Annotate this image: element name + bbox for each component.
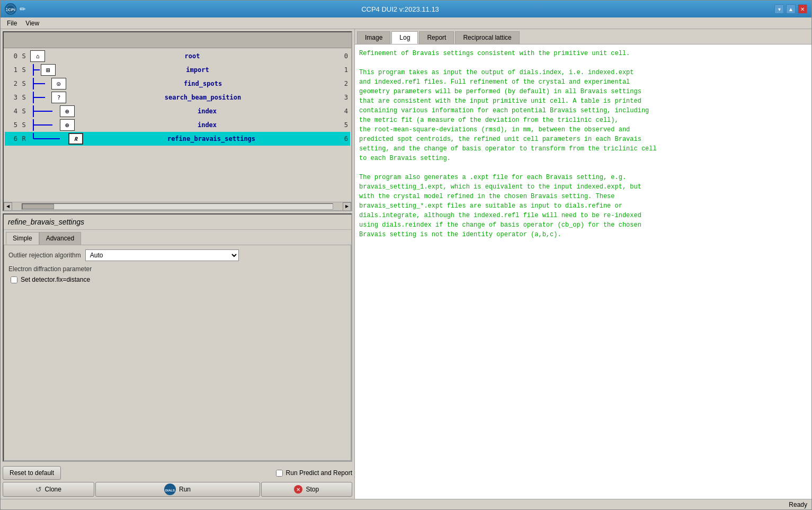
right-tabs: Image Log Report Reciprocal lattice bbox=[355, 29, 811, 44]
bottom-row1: Reset to default Run Predict and Report bbox=[3, 466, 352, 480]
tab-advanced[interactable]: Advanced bbox=[39, 232, 81, 245]
dials-logo: DIALS bbox=[164, 484, 176, 495]
row-name-4: index bbox=[77, 108, 337, 115]
row-type-4: S bbox=[20, 108, 28, 115]
row-num-2: 2 bbox=[7, 80, 17, 87]
toolbar-icon: ✏ bbox=[20, 5, 26, 13]
find-spots-icon: ⊙ bbox=[51, 78, 66, 90]
workflow-row-3[interactable]: 3 S ? search_beam_position 3 bbox=[5, 91, 350, 104]
tab-log[interactable]: Log bbox=[391, 31, 418, 44]
right-panel: Image Log Report Reciprocal lattice Refi… bbox=[354, 29, 811, 499]
row-num-right-3: 3 bbox=[337, 94, 348, 101]
workflow-row-5[interactable]: 5 S ⊕ index 5 bbox=[5, 118, 350, 132]
electron-diffraction-label: Electron diffraction parameter bbox=[8, 265, 346, 273]
app-window: CCP4 ✏ CCP4 DUI2 v:2023.11.13 ▾ ▲ ✕ File… bbox=[0, 0, 812, 510]
row-num-4: 4 bbox=[7, 108, 17, 115]
row-num-0: 0 bbox=[7, 52, 17, 60]
log-content: Refinement of Bravais settings consisten… bbox=[355, 44, 811, 499]
run-predict-label: Run Predict and Report bbox=[286, 469, 352, 477]
app-logo: CCP4 bbox=[5, 3, 16, 15]
row-num-right-5: 5 bbox=[337, 121, 348, 129]
status-text: Ready bbox=[789, 501, 807, 508]
row-type-0: S bbox=[20, 52, 28, 60]
root-icon: ⌂ bbox=[30, 50, 45, 62]
row-num-right-6: 6 bbox=[337, 135, 348, 142]
title-bar: CCP4 ✏ CCP4 DUI2 v:2023.11.13 ▾ ▲ ✕ bbox=[1, 1, 811, 17]
status-bar: Ready bbox=[1, 499, 811, 509]
left-panel: 0 S ⌂ root 0 1 S bbox=[1, 29, 354, 499]
tab-reciprocal-lattice[interactable]: Reciprocal lattice bbox=[455, 31, 519, 44]
params-tabs: Simple Advanced bbox=[4, 230, 351, 245]
row-type-1: S bbox=[20, 66, 28, 74]
maximize-button[interactable]: ▲ bbox=[786, 4, 796, 14]
scroll-left-btn[interactable]: ◀ bbox=[4, 202, 12, 211]
reset-default-button[interactable]: Reset to default bbox=[3, 466, 61, 480]
row-num-right-4: 4 bbox=[337, 108, 348, 115]
search-beam-icon: ? bbox=[51, 92, 66, 103]
detector-fix-row: Set detector.fix=distance bbox=[11, 276, 346, 283]
row-type-3: S bbox=[20, 94, 28, 101]
clone-label: Clone bbox=[45, 486, 61, 493]
stop-label: Stop bbox=[306, 486, 319, 493]
row-name-6: refine_bravais_settings bbox=[85, 135, 337, 142]
window-title: CCP4 DUI2 v:2023.11.13 bbox=[26, 5, 774, 13]
hscroll-track bbox=[22, 203, 333, 210]
clone-button[interactable]: ↺ Clone bbox=[3, 482, 94, 497]
refine-bravais-icon: R bbox=[68, 133, 83, 145]
tab-image[interactable]: Image bbox=[357, 31, 390, 44]
detector-fix-label: Set detector.fix=distance bbox=[21, 276, 90, 283]
workflow-row-6[interactable]: 6 R R refine_bravais_settings bbox=[5, 132, 350, 146]
row-num-5: 5 bbox=[7, 121, 17, 129]
row-name-2: find_spots bbox=[68, 80, 337, 87]
run-predict-checkbox[interactable] bbox=[276, 470, 283, 477]
workflow-row-2[interactable]: 2 S ⊙ find_spots 2 bbox=[5, 77, 350, 91]
workflow-row-4[interactable]: 4 S ⊕ index 4 bbox=[5, 104, 350, 118]
row-num-3: 3 bbox=[7, 94, 17, 101]
minimize-button[interactable]: ▾ bbox=[774, 4, 784, 14]
detector-fix-checkbox[interactable] bbox=[11, 276, 17, 283]
menu-view[interactable]: View bbox=[21, 19, 43, 28]
row-name-3: search_beam_position bbox=[68, 94, 337, 101]
tab-report[interactable]: Report bbox=[419, 31, 454, 44]
row-num-right-2: 2 bbox=[337, 80, 348, 87]
workflow-row-0[interactable]: 0 S ⌂ root 0 bbox=[5, 49, 350, 63]
params-title: refine_bravais_settings bbox=[4, 214, 351, 230]
workflow-area: 0 S ⌂ root 0 1 S bbox=[3, 31, 352, 211]
tab-simple[interactable]: Simple bbox=[6, 232, 39, 245]
params-content: Outlier rejection algorithm Auto tukey s… bbox=[4, 245, 351, 461]
row-num-right-0: 0 bbox=[337, 52, 348, 60]
svg-text:CCP4: CCP4 bbox=[6, 7, 15, 12]
index2-icon: ⊕ bbox=[60, 119, 75, 131]
outlier-rejection-label: Outlier rejection algorithm bbox=[8, 252, 81, 259]
stop-button[interactable]: ✕ Stop bbox=[261, 482, 353, 497]
row-num-1: 1 bbox=[7, 66, 17, 74]
run-label: Run bbox=[179, 486, 191, 493]
run-button[interactable]: DIALS Run bbox=[95, 482, 260, 497]
scroll-right-btn[interactable]: ▶ bbox=[343, 202, 351, 211]
params-panel: refine_bravais_settings Simple Advanced … bbox=[3, 213, 352, 462]
workflow-row-1[interactable]: 1 S ⊞ import 1 bbox=[5, 63, 350, 77]
close-button[interactable]: ✕ bbox=[798, 4, 807, 14]
title-bar-controls: ▾ ▲ ✕ bbox=[774, 4, 807, 14]
main-content: 0 S ⌂ root 0 1 S bbox=[1, 29, 811, 499]
workflow-header bbox=[4, 32, 351, 48]
outlier-rejection-row: Outlier rejection algorithm Auto tukey s… bbox=[8, 249, 346, 261]
hscroll-thumb[interactable] bbox=[22, 204, 54, 209]
row-type-2: S bbox=[20, 80, 28, 87]
row-num-6: 6 bbox=[7, 135, 17, 142]
menu-bar: File View bbox=[1, 17, 811, 29]
row-type-6: R bbox=[20, 135, 28, 142]
row-type-5: S bbox=[20, 121, 28, 129]
workflow-hscroll: ◀ ▶ bbox=[4, 202, 351, 210]
index-icon: ⊕ bbox=[60, 105, 75, 117]
outlier-rejection-select[interactable]: Auto tukey sauter_poon None bbox=[85, 249, 239, 261]
menu-file[interactable]: File bbox=[3, 19, 21, 28]
import-icon: ⊞ bbox=[41, 64, 56, 76]
clone-icon: ↺ bbox=[35, 485, 42, 494]
svg-text:DIALS: DIALS bbox=[165, 489, 175, 492]
run-predict-row: Run Predict and Report bbox=[276, 469, 352, 477]
row-num-right-1: 1 bbox=[337, 66, 348, 74]
row-name-1: import bbox=[58, 66, 337, 74]
bottom-buttons: Reset to default Run Predict and Report … bbox=[1, 464, 354, 499]
action-buttons: ↺ Clone DIALS Run ✕ bbox=[3, 482, 352, 497]
